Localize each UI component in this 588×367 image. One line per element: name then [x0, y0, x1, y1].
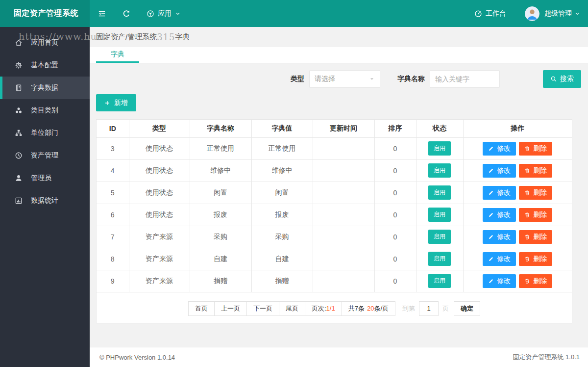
type-select[interactable]: 请选择	[309, 70, 380, 88]
sidebar-item-org-dept[interactable]: 单位部门	[0, 122, 90, 144]
edit-button[interactable]: 修改	[483, 252, 516, 266]
workbench-label: 工作台	[486, 9, 506, 18]
add-button[interactable]: 新增	[96, 94, 136, 111]
refresh-icon	[122, 9, 131, 18]
pencil-icon	[488, 212, 494, 218]
sidebar-item-dict-data[interactable]: 字典数据	[0, 77, 90, 99]
chevron-down-icon	[574, 11, 580, 17]
edit-button[interactable]: 修改	[483, 164, 516, 178]
status-toggle-button[interactable]: 启用	[428, 208, 451, 222]
sidebar-item-basic-config[interactable]: 基本配置	[0, 54, 90, 77]
workbench-link[interactable]: 工作台	[466, 9, 514, 18]
delete-button[interactable]: 删除	[519, 142, 552, 156]
pencil-icon	[488, 278, 494, 284]
pagination-last[interactable]: 尾页	[279, 301, 305, 316]
column-header-operations: 操作	[463, 120, 572, 137]
delete-button-label: 删除	[533, 166, 547, 175]
delete-button[interactable]: 删除	[519, 274, 552, 288]
cell-status: 启用	[416, 159, 463, 182]
edit-button[interactable]: 修改	[483, 230, 516, 244]
cell-operations: 修改删除	[463, 182, 572, 204]
topbar-right: 工作台 超级管理	[466, 0, 588, 27]
sidebar-item-asset-mgmt[interactable]: 资产管理	[0, 144, 90, 167]
delete-button-label: 删除	[533, 188, 547, 197]
type-select-placeholder: 请选择	[315, 75, 335, 83]
cell-updated-time	[313, 226, 374, 248]
cell-dict-name: 闲置	[190, 182, 251, 204]
user-icon	[15, 174, 23, 182]
column-header-updated-time: 更新时间	[313, 120, 374, 137]
edit-button[interactable]: 修改	[483, 186, 516, 200]
cell-dict-value: 维修中	[251, 159, 313, 182]
cell-type: 使用状态	[129, 137, 190, 159]
collapse-menu-button[interactable]	[90, 0, 114, 27]
pagination-first[interactable]: 首页	[188, 301, 215, 316]
cell-operations: 修改删除	[463, 204, 572, 226]
status-toggle-button[interactable]: 启用	[428, 274, 451, 288]
status-toggle-button[interactable]: 启用	[428, 185, 451, 200]
refresh-button[interactable]	[114, 0, 139, 27]
status-toggle-button[interactable]: 启用	[428, 252, 451, 266]
app-menu-dropdown[interactable]: 应用	[139, 0, 189, 27]
delete-button[interactable]: 删除	[519, 164, 552, 178]
edit-button[interactable]: 修改	[483, 142, 516, 156]
delete-button[interactable]: 删除	[519, 252, 552, 266]
cell-operations: 修改删除	[463, 248, 572, 270]
pagination-next[interactable]: 下一页	[246, 301, 279, 316]
main-area: 固定资产/管理系统315字典 字典 类型 请选择 字典名称 搜索	[90, 27, 588, 367]
cell-operations: 修改删除	[463, 159, 572, 182]
dict-name-input[interactable]	[430, 70, 500, 88]
status-toggle-button[interactable]: 启用	[428, 163, 451, 178]
column-header-type: 类型	[129, 120, 190, 137]
sidebar-item-label: 数据统计	[31, 196, 58, 205]
sidebar-item-admin[interactable]: 管理员	[0, 167, 90, 189]
pagination-confirm-button[interactable]: 确定	[454, 301, 480, 316]
cell-dict-name: 报废	[190, 204, 251, 226]
cell-updated-time	[313, 270, 374, 292]
cell-dict-name: 捐赠	[190, 270, 251, 292]
search-button[interactable]: 搜索	[543, 70, 581, 88]
delete-button[interactable]: 删除	[519, 186, 552, 200]
pagination-goto-input[interactable]	[419, 301, 439, 316]
column-header-sort: 排序	[374, 120, 416, 137]
status-toggle-button[interactable]: 启用	[428, 230, 451, 244]
trash-icon	[524, 190, 530, 196]
edit-button-label: 修改	[497, 210, 511, 219]
status-toggle-button[interactable]: 启用	[428, 141, 451, 156]
cluster-icon	[15, 106, 23, 114]
sidebar-item-label: 单位部门	[31, 129, 58, 137]
dict-table-card: ID类型字典名称字典值更新时间排序状态操作 3使用状态正常使用正常使用0启用修改…	[96, 119, 572, 323]
cell-dict-name: 维修中	[190, 159, 251, 182]
user-menu-dropdown[interactable]: 超级管理	[544, 9, 580, 18]
avatar[interactable]	[525, 6, 539, 21]
content: 类型 请选择 字典名称 搜索 新增	[90, 63, 588, 323]
clock-icon	[15, 152, 23, 159]
chevron-down-icon	[175, 11, 181, 17]
pagination-prev[interactable]: 上一页	[214, 301, 247, 316]
watermark-number: 315	[157, 32, 175, 42]
cell-dict-name: 采购	[190, 226, 251, 248]
sidebar-item-category[interactable]: 类目类别	[0, 99, 90, 122]
breadcrumb: 固定资产/管理系统315字典	[90, 27, 588, 47]
sidebar-item-statistics[interactable]: 数据统计	[0, 189, 90, 212]
app-menu-label: 应用	[158, 9, 172, 18]
app-logo: 固定资产管理系统	[0, 0, 90, 27]
edit-button[interactable]: 修改	[483, 208, 516, 222]
sidebar-item-home[interactable]: 应用首页	[0, 31, 90, 54]
edit-button[interactable]: 修改	[483, 274, 516, 288]
sidebar-item-label: 基本配置	[31, 61, 58, 70]
trash-icon	[524, 146, 530, 152]
delete-button[interactable]: 删除	[519, 230, 552, 244]
tab-bar: 字典	[90, 47, 588, 63]
pencil-icon	[488, 146, 494, 152]
pagination-page-info: 页次:1/1	[305, 301, 342, 316]
cell-status: 启用	[416, 204, 463, 226]
dict-name-filter-label: 字典名称	[397, 75, 425, 83]
cell-status: 启用	[416, 248, 463, 270]
delete-button-label: 删除	[533, 255, 547, 263]
cell-dict-value: 闲置	[251, 182, 313, 204]
delete-button[interactable]: 删除	[519, 208, 552, 222]
cell-type: 使用状态	[129, 159, 190, 182]
pencil-icon	[488, 234, 494, 240]
tab-dictionary[interactable]: 字典	[96, 47, 139, 63]
